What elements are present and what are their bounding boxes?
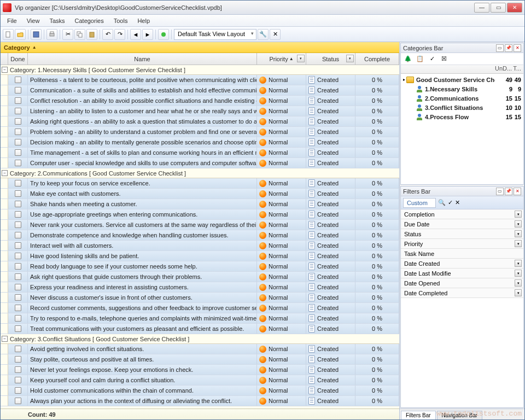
done-checkbox[interactable] [15, 190, 21, 197]
task-row[interactable]: Asking right questions - an ability to a… [1, 116, 399, 127]
cut-button[interactable]: ✂ [62, 29, 73, 40]
panel-menu-icon[interactable]: ▭ [496, 44, 504, 52]
task-row[interactable]: Computer user - special knowledge and sk… [1, 158, 399, 168]
done-checkbox[interactable] [15, 139, 21, 145]
dropdown-icon[interactable]: ▾ [515, 220, 522, 228]
new-button[interactable] [3, 29, 14, 40]
task-row[interactable]: Read body language to see if your custom… [1, 261, 399, 272]
task-row[interactable]: Never discuss a customer's issue in fron… [1, 293, 399, 303]
task-row[interactable]: Demonstrate competence and knowledge whe… [1, 230, 399, 241]
task-row[interactable]: Always plan your actions in the context … [1, 396, 399, 406]
done-checkbox[interactable] [15, 387, 21, 394]
task-row[interactable]: Politeness - a talent to be courteous, p… [1, 75, 399, 85]
filter-row[interactable]: Completion▾ [401, 209, 523, 219]
col-complete[interactable]: Complete [355, 53, 399, 65]
task-row[interactable]: Keep yourself cool and calm during a con… [1, 375, 399, 386]
done-checkbox[interactable] [15, 294, 21, 301]
task-row[interactable]: Avoid getting involved in conflict situa… [1, 344, 399, 354]
filter-tool-icon[interactable]: ✕ [455, 199, 460, 206]
task-row[interactable]: Decision making - an ability to mentally… [1, 137, 399, 148]
done-checkbox[interactable] [15, 346, 21, 352]
tree-item[interactable]: 1.Necessary Skills99 [401, 84, 523, 94]
tree-item[interactable]: 4.Process Flow1515 [401, 112, 523, 121]
layout-tool-1[interactable]: 🔧 [258, 29, 269, 40]
done-checkbox[interactable] [15, 221, 21, 228]
done-checkbox[interactable] [15, 253, 21, 259]
task-row[interactable]: Try to respond to e-mails, telephone que… [1, 313, 399, 324]
panel-close-icon[interactable]: ✕ [514, 188, 521, 195]
done-checkbox[interactable] [15, 211, 21, 218]
grid-body[interactable]: −Category: 1.Necessary Skills [ Good Cus… [1, 65, 399, 409]
task-row[interactable]: Try to keep your focus on service excell… [1, 178, 399, 189]
menu-help[interactable]: Help [133, 16, 154, 25]
done-checkbox[interactable] [15, 118, 21, 125]
panel-pin-icon[interactable]: 📌 [505, 44, 512, 52]
group-header[interactable]: −Category: 2.Communications [ Good Custo… [1, 168, 399, 178]
task-row[interactable]: Conflict resolution - an ability to avoi… [1, 96, 399, 106]
minimize-button[interactable]: — [474, 3, 489, 13]
task-row[interactable]: Never let your feelings expose. Keep you… [1, 365, 399, 375]
collapse-icon[interactable]: − [2, 336, 8, 342]
task-row[interactable]: Communication - a suite of skills and ab… [1, 85, 399, 96]
task-row[interactable]: Problem solving - an ability to understa… [1, 127, 399, 137]
done-checkbox[interactable] [15, 97, 21, 104]
task-row[interactable]: Make eye contact with customers.NormalCr… [1, 189, 399, 199]
tree-item[interactable]: 2.Communications1515 [401, 94, 523, 103]
task-row[interactable]: Use age-appropriate greetings when enter… [1, 209, 399, 220]
task-row[interactable]: Shake hands when meeting a customer.Norm… [1, 199, 399, 209]
filter-row[interactable]: Date Opened▾ [401, 278, 523, 288]
task-row[interactable]: Interact well with all customers.NormalC… [1, 241, 399, 251]
filter-row[interactable]: Date Completed▾ [401, 288, 523, 298]
done-checkbox[interactable] [15, 160, 21, 166]
close-button[interactable]: ✕ [507, 3, 522, 13]
done-checkbox[interactable] [15, 305, 21, 311]
group-header[interactable]: −Category: 1.Necessary Skills [ Good Cus… [1, 65, 399, 75]
task-row[interactable]: Time management - a set of skills to pla… [1, 148, 399, 158]
col-name[interactable]: Name [28, 53, 257, 65]
panel-menu-icon[interactable]: ▭ [496, 188, 504, 195]
done-checkbox[interactable] [15, 108, 21, 114]
filter-row[interactable]: Priority▾ [401, 239, 523, 249]
done-checkbox[interactable] [15, 129, 21, 135]
filter-preset[interactable]: Custom [403, 198, 436, 208]
done-checkbox[interactable] [15, 149, 21, 156]
col-done[interactable]: Done [8, 53, 28, 65]
dropdown-icon[interactable]: ▾ [515, 289, 522, 296]
task-row[interactable]: Ask right questions that guide customers… [1, 272, 399, 282]
dropdown-icon[interactable]: ▾ [515, 211, 522, 218]
done-checkbox[interactable] [15, 366, 21, 373]
done-checkbox[interactable] [15, 77, 21, 83]
task-row[interactable]: Express your readiness and interest in a… [1, 282, 399, 293]
filter-row[interactable]: Date Last Modifie▾ [401, 269, 523, 278]
task-row[interactable]: Listening - an ability to listen to a cu… [1, 106, 399, 116]
back-button[interactable]: ◄ [130, 29, 141, 40]
panel-pin-icon[interactable]: 📌 [505, 188, 512, 195]
redo-button[interactable]: ↷ [114, 29, 125, 40]
dropdown-icon[interactable]: ▾ [515, 230, 522, 237]
tree-item[interactable]: 3.Conflict Situations1010 [401, 103, 523, 112]
forward-button[interactable]: ► [142, 29, 153, 40]
maximize-button[interactable]: ▭ [491, 3, 506, 13]
menu-tools[interactable]: Tools [109, 16, 132, 25]
menu-file[interactable]: File [3, 16, 21, 25]
tab-filters[interactable]: Filters Bar [401, 411, 436, 419]
tree-root[interactable]: ▸Good Customer Service Checkl4949 [401, 75, 523, 84]
print-button[interactable] [46, 29, 57, 40]
collapse-icon[interactable]: − [2, 170, 8, 176]
task-row[interactable]: Never rank your customers. Service all c… [1, 220, 399, 230]
dropdown-icon[interactable]: ▾ [515, 270, 522, 277]
task-row[interactable]: Treat communications with your customers… [1, 324, 399, 334]
save-button[interactable] [31, 29, 42, 40]
filter-tool-icon[interactable]: ✓ [448, 199, 453, 206]
done-checkbox[interactable] [15, 377, 21, 383]
done-checkbox[interactable] [15, 87, 21, 94]
done-checkbox[interactable] [15, 201, 21, 207]
done-checkbox[interactable] [15, 325, 21, 332]
done-checkbox[interactable] [15, 315, 21, 322]
task-row[interactable]: Record customer comments, suggestions an… [1, 303, 399, 313]
done-checkbox[interactable] [15, 273, 21, 280]
done-checkbox[interactable] [15, 242, 21, 249]
done-checkbox[interactable] [15, 232, 21, 238]
collapse-icon[interactable]: − [2, 67, 8, 73]
tree-tool-icon[interactable]: 📋 [415, 54, 425, 64]
